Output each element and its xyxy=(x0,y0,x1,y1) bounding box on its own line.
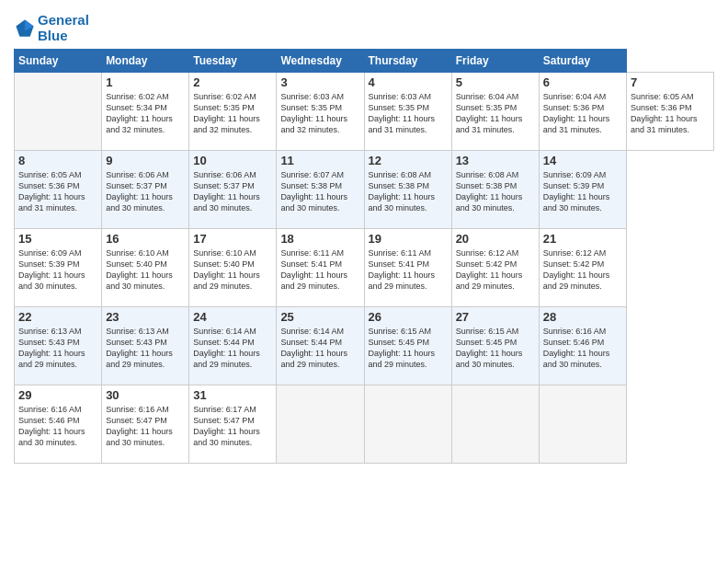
day-info: Sunrise: 6:16 AMSunset: 5:46 PMDaylight:… xyxy=(18,404,97,449)
calendar-cell: 21 Sunrise: 6:12 AMSunset: 5:42 PMDaylig… xyxy=(539,229,626,307)
calendar-cell: 15 Sunrise: 6:09 AMSunset: 5:39 PMDaylig… xyxy=(15,229,102,307)
calendar-cell: 2 Sunrise: 6:02 AMSunset: 5:35 PMDayligh… xyxy=(189,73,277,151)
calendar-cell: 28 Sunrise: 6:16 AMSunset: 5:46 PMDaylig… xyxy=(539,307,626,385)
day-info: Sunrise: 6:02 AMSunset: 5:34 PMDaylight:… xyxy=(106,91,185,136)
day-number: 27 xyxy=(456,310,535,324)
day-number: 30 xyxy=(106,388,185,402)
calendar-cell: 8 Sunrise: 6:05 AMSunset: 5:36 PMDayligh… xyxy=(15,151,102,229)
header-cell-wednesday: Wednesday xyxy=(277,50,364,73)
calendar-week-row: 15 Sunrise: 6:09 AMSunset: 5:39 PMDaylig… xyxy=(15,229,714,307)
header-cell-friday: Friday xyxy=(451,50,539,73)
calendar-cell: 12 Sunrise: 6:08 AMSunset: 5:38 PMDaylig… xyxy=(364,151,451,229)
day-info: Sunrise: 6:03 AMSunset: 5:35 PMDaylight:… xyxy=(280,91,359,136)
day-info: Sunrise: 6:04 AMSunset: 5:36 PMDaylight:… xyxy=(543,91,622,136)
calendar-cell: 20 Sunrise: 6:12 AMSunset: 5:42 PMDaylig… xyxy=(451,229,539,307)
day-info: Sunrise: 6:07 AMSunset: 5:38 PMDaylight:… xyxy=(280,169,359,214)
calendar-week-row: 8 Sunrise: 6:05 AMSunset: 5:36 PMDayligh… xyxy=(15,151,714,229)
logo: General Blue xyxy=(14,13,89,43)
day-info: Sunrise: 6:11 AMSunset: 5:41 PMDaylight:… xyxy=(280,247,359,293)
day-number: 1 xyxy=(106,75,185,89)
day-number: 22 xyxy=(18,310,97,324)
calendar-cell: 23 Sunrise: 6:13 AMSunset: 5:43 PMDaylig… xyxy=(102,307,189,385)
calendar-cell: 3 Sunrise: 6:03 AMSunset: 5:35 PMDayligh… xyxy=(277,73,364,151)
day-info: Sunrise: 6:04 AMSunset: 5:35 PMDaylight:… xyxy=(456,91,535,136)
day-number: 31 xyxy=(193,388,272,402)
calendar-week-row: 29 Sunrise: 6:16 AMSunset: 5:46 PMDaylig… xyxy=(15,385,714,464)
day-number: 13 xyxy=(456,154,535,167)
calendar-cell xyxy=(539,385,626,464)
day-info: Sunrise: 6:06 AMSunset: 5:37 PMDaylight:… xyxy=(106,169,185,214)
calendar-cell: 5 Sunrise: 6:04 AMSunset: 5:35 PMDayligh… xyxy=(451,73,539,151)
day-number: 16 xyxy=(106,232,185,246)
calendar-cell: 4 Sunrise: 6:03 AMSunset: 5:35 PMDayligh… xyxy=(364,73,451,151)
calendar-table: SundayMondayTuesdayWednesdayThursdayFrid… xyxy=(14,49,714,464)
day-info: Sunrise: 6:09 AMSunset: 5:39 PMDaylight:… xyxy=(18,247,97,293)
day-info: Sunrise: 6:14 AMSunset: 5:44 PMDaylight:… xyxy=(280,326,359,371)
day-number: 2 xyxy=(193,75,272,89)
calendar-header-row: SundayMondayTuesdayWednesdayThursdayFrid… xyxy=(15,50,714,73)
calendar-cell: 17 Sunrise: 6:10 AMSunset: 5:40 PMDaylig… xyxy=(189,229,277,307)
day-info: Sunrise: 6:12 AMSunset: 5:42 PMDaylight:… xyxy=(456,247,535,293)
day-number: 10 xyxy=(193,154,272,167)
page: General Blue SundayMondayTuesdayWednesda… xyxy=(0,0,728,563)
day-info: Sunrise: 6:08 AMSunset: 5:38 PMDaylight:… xyxy=(369,169,448,214)
header: General Blue xyxy=(14,9,714,43)
day-info: Sunrise: 6:12 AMSunset: 5:42 PMDaylight:… xyxy=(543,247,622,293)
calendar-cell xyxy=(364,385,451,464)
calendar-cell: 25 Sunrise: 6:14 AMSunset: 5:44 PMDaylig… xyxy=(277,307,364,385)
day-number: 29 xyxy=(18,388,97,402)
calendar-cell: 14 Sunrise: 6:09 AMSunset: 5:39 PMDaylig… xyxy=(539,151,626,229)
day-info: Sunrise: 6:09 AMSunset: 5:39 PMDaylight:… xyxy=(543,169,622,214)
calendar-cell: 11 Sunrise: 6:07 AMSunset: 5:38 PMDaylig… xyxy=(277,151,364,229)
day-info: Sunrise: 6:11 AMSunset: 5:41 PMDaylight:… xyxy=(369,247,448,293)
day-info: Sunrise: 6:15 AMSunset: 5:45 PMDaylight:… xyxy=(456,326,535,371)
day-number: 18 xyxy=(280,232,359,246)
day-number: 23 xyxy=(106,310,185,324)
calendar-cell: 31 Sunrise: 6:17 AMSunset: 5:47 PMDaylig… xyxy=(189,385,277,464)
calendar-cell: 16 Sunrise: 6:10 AMSunset: 5:40 PMDaylig… xyxy=(102,229,189,307)
day-info: Sunrise: 6:13 AMSunset: 5:43 PMDaylight:… xyxy=(18,326,97,371)
header-cell-tuesday: Tuesday xyxy=(189,50,277,73)
day-number: 17 xyxy=(193,232,272,246)
logo-text: General Blue xyxy=(38,13,89,43)
logo-icon xyxy=(14,17,36,40)
day-info: Sunrise: 6:10 AMSunset: 5:40 PMDaylight:… xyxy=(106,247,185,293)
day-number: 21 xyxy=(543,232,622,246)
calendar-week-row: 22 Sunrise: 6:13 AMSunset: 5:43 PMDaylig… xyxy=(15,307,714,385)
calendar-week-row: 1 Sunrise: 6:02 AMSunset: 5:34 PMDayligh… xyxy=(15,73,714,151)
day-info: Sunrise: 6:15 AMSunset: 5:45 PMDaylight:… xyxy=(369,326,448,371)
day-info: Sunrise: 6:10 AMSunset: 5:40 PMDaylight:… xyxy=(193,247,272,293)
header-cell-sunday: Sunday xyxy=(15,50,102,73)
calendar-cell: 10 Sunrise: 6:06 AMSunset: 5:37 PMDaylig… xyxy=(189,151,277,229)
calendar-cell: 27 Sunrise: 6:15 AMSunset: 5:45 PMDaylig… xyxy=(451,307,539,385)
calendar-cell: 30 Sunrise: 6:16 AMSunset: 5:47 PMDaylig… xyxy=(102,385,189,464)
calendar-cell xyxy=(15,73,102,151)
calendar-cell: 18 Sunrise: 6:11 AMSunset: 5:41 PMDaylig… xyxy=(277,229,364,307)
day-number: 3 xyxy=(280,75,359,89)
day-info: Sunrise: 6:16 AMSunset: 5:47 PMDaylight:… xyxy=(106,404,185,449)
calendar-cell xyxy=(451,385,539,464)
calendar-body: 1 Sunrise: 6:02 AMSunset: 5:34 PMDayligh… xyxy=(15,73,714,464)
calendar-cell: 13 Sunrise: 6:08 AMSunset: 5:38 PMDaylig… xyxy=(451,151,539,229)
day-number: 5 xyxy=(456,75,535,89)
calendar-cell: 9 Sunrise: 6:06 AMSunset: 5:37 PMDayligh… xyxy=(102,151,189,229)
calendar-cell: 22 Sunrise: 6:13 AMSunset: 5:43 PMDaylig… xyxy=(15,307,102,385)
calendar-cell: 29 Sunrise: 6:16 AMSunset: 5:46 PMDaylig… xyxy=(15,385,102,464)
calendar-cell: 26 Sunrise: 6:15 AMSunset: 5:45 PMDaylig… xyxy=(364,307,451,385)
day-number: 25 xyxy=(280,310,359,324)
calendar-cell: 19 Sunrise: 6:11 AMSunset: 5:41 PMDaylig… xyxy=(364,229,451,307)
day-info: Sunrise: 6:05 AMSunset: 5:36 PMDaylight:… xyxy=(18,169,97,214)
day-number: 8 xyxy=(18,154,97,167)
day-number: 9 xyxy=(106,154,185,167)
day-number: 24 xyxy=(193,310,272,324)
day-info: Sunrise: 6:14 AMSunset: 5:44 PMDaylight:… xyxy=(193,326,272,371)
day-number: 19 xyxy=(369,232,448,246)
header-cell-monday: Monday xyxy=(102,50,189,73)
calendar-cell: 6 Sunrise: 6:04 AMSunset: 5:36 PMDayligh… xyxy=(539,73,626,151)
day-info: Sunrise: 6:16 AMSunset: 5:46 PMDaylight:… xyxy=(543,326,622,371)
calendar-cell xyxy=(277,385,364,464)
day-info: Sunrise: 6:06 AMSunset: 5:37 PMDaylight:… xyxy=(193,169,272,214)
day-info: Sunrise: 6:05 AMSunset: 5:36 PMDaylight:… xyxy=(631,91,710,136)
calendar-cell: 7 Sunrise: 6:05 AMSunset: 5:36 PMDayligh… xyxy=(626,73,713,151)
day-number: 11 xyxy=(280,154,359,167)
